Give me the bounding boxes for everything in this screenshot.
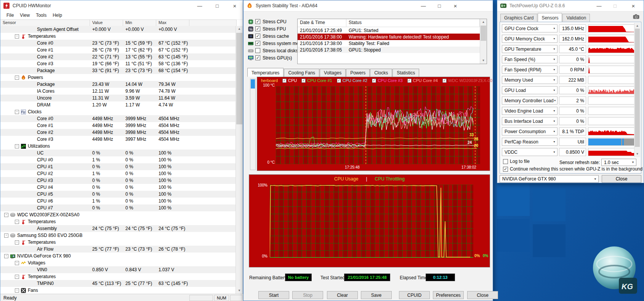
tree-row[interactable]: CPU #61 %0 %100 % xyxy=(0,198,237,204)
legend-item[interactable]: ✓CPU Core #2 xyxy=(337,78,367,83)
menu-item-help[interactable]: Help xyxy=(50,12,65,19)
maximize-button[interactable]: □ xyxy=(433,0,446,11)
scroll-up-icon[interactable]: ▲ xyxy=(634,23,640,29)
sensor-name-dropdown[interactable]: GPU Load▼ xyxy=(502,86,557,94)
tree-row[interactable]: -Temperatures xyxy=(0,273,237,280)
tree-row[interactable]: VIN00.850 V0.843 V1.037 V xyxy=(0,266,237,273)
sensor-name-dropdown[interactable]: Fan Speed (RPM)▼ xyxy=(502,66,557,74)
continue-refreshing-checkbox[interactable]: ✓ xyxy=(503,167,508,172)
status-resize-grip[interactable] xyxy=(230,295,242,301)
tree-row[interactable]: CPU #50 %0 %100 % xyxy=(0,191,237,198)
tree-row[interactable]: CPU #10 %0 %100 % xyxy=(0,163,237,170)
legend-checkbox[interactable]: ✓ xyxy=(407,79,412,83)
screenshot-camera-icon[interactable] xyxy=(633,14,639,20)
save-button[interactable]: Save xyxy=(361,291,392,299)
minimize-button[interactable]: — xyxy=(191,0,208,11)
tab-powers[interactable]: Powers xyxy=(346,69,370,77)
preferences-button[interactable]: Preferences xyxy=(433,291,464,299)
tree-row[interactable]: Package23.43 W14.04 W79.34 W xyxy=(0,81,237,88)
expand-toggle-icon[interactable]: - xyxy=(15,261,19,265)
tree-row[interactable]: Core #319 °C (66 °F)11 °C (51 °F)58 °C (… xyxy=(0,60,237,67)
tree-row[interactable]: -WDC WD2003FZEX-00Z4SA0 xyxy=(0,211,237,218)
log-scrollbar[interactable]: ▲ ▼ xyxy=(480,19,487,64)
clear-button[interactable]: Clear xyxy=(327,291,358,299)
legend-item[interactable]: herboard xyxy=(261,78,278,83)
tree-row[interactable]: CPU #21 %0 %100 % xyxy=(0,170,237,177)
log-row[interactable]: 21/01/2016 17:38:05GPU1: Stopped xyxy=(298,47,487,53)
scroll-down-icon[interactable]: ▼ xyxy=(236,288,243,294)
tree-row[interactable]: -Temperatures xyxy=(0,218,237,225)
tab-clocks[interactable]: Clocks xyxy=(370,69,392,77)
scroll-up-icon[interactable]: ▲ xyxy=(480,19,487,25)
expand-toggle-icon[interactable]: - xyxy=(15,288,19,293)
expand-toggle-icon[interactable]: - xyxy=(15,240,19,245)
scroll-thumb[interactable] xyxy=(236,33,242,124)
legend-item[interactable]: ✓CPU Core #3 xyxy=(372,78,402,83)
tree-row[interactable]: Core #023 °C (73 °F)15 °C (59 °F)67 °C (… xyxy=(0,40,237,47)
expand-toggle-icon[interactable]: - xyxy=(4,254,8,258)
expand-toggle-icon[interactable]: - xyxy=(4,233,8,238)
expand-toggle-icon[interactable]: - xyxy=(15,275,19,279)
legend-item[interactable]: ✓CPU Core #4 xyxy=(407,78,438,83)
log-row[interactable]: 21/01/2016 17:25:49GPU1: Started xyxy=(298,27,487,34)
tree-row[interactable]: Assembly24 °C (75 °F)24 °C (75 °F)24 °C … xyxy=(0,225,237,232)
cpuid-button[interactable]: CPUID xyxy=(399,291,430,299)
close-button[interactable]: × xyxy=(226,0,244,11)
sensor-name-dropdown[interactable]: GPU Memory Clock▼ xyxy=(502,35,557,43)
close-button[interactable]: Close xyxy=(467,291,498,299)
menu-item-view[interactable]: View xyxy=(17,12,33,19)
expand-toggle-icon[interactable]: - xyxy=(15,34,19,39)
column-header-value[interactable]: Value xyxy=(90,20,123,26)
log-column-time[interactable]: Date & Time xyxy=(298,19,346,27)
stop-button[interactable]: Stop xyxy=(292,291,323,299)
stress-checkbox[interactable]: ✓ xyxy=(255,26,260,31)
tab-graphics-card[interactable]: Graphics Card xyxy=(500,14,537,22)
log-to-file-checkbox[interactable] xyxy=(503,159,508,164)
tree-row[interactable]: Core #24498 MHz3998 MHz4504 MHz xyxy=(0,129,237,136)
continue-refreshing-option[interactable]: ✓ Continue refreshing this screen while … xyxy=(503,166,642,172)
menu-item-tools[interactable]: Tools xyxy=(33,12,50,19)
menu-item-file[interactable]: File xyxy=(3,12,17,19)
tree-row[interactable]: -NVIDIA GeForce GTX 980 xyxy=(0,253,237,259)
tab-statistics[interactable]: Statistics xyxy=(392,69,419,77)
tree-row[interactable]: TMPIN045 °C (113 °F)25 °C (77 °F)63 °C (… xyxy=(0,280,237,287)
expand-toggle-icon[interactable]: - xyxy=(15,110,19,114)
column-header-max[interactable]: Max xyxy=(156,20,189,26)
minimize-button[interactable]: — xyxy=(417,0,430,11)
tree-row[interactable]: System Agent Offset+0.000 V+0.000 V+0.00… xyxy=(0,26,237,33)
tree-row[interactable]: CPU #40 %0 %100 % xyxy=(0,184,237,191)
tree-row[interactable]: Package33 °C (91 °F)23 °C (73 °F)68 °C (… xyxy=(0,67,237,74)
tree-row[interactable]: -Fans xyxy=(0,287,237,294)
legend-checkbox[interactable]: ✓ xyxy=(337,79,341,83)
scroll-thumb[interactable] xyxy=(481,26,486,41)
sensor-name-dropdown[interactable]: Power Consumption▼ xyxy=(502,127,557,135)
maximize-button[interactable]: □ xyxy=(208,0,226,11)
tab-temperatures[interactable]: Temperatures xyxy=(247,68,284,77)
scroll-up-icon[interactable]: ▲ xyxy=(236,26,243,32)
log-to-file-option[interactable]: Log to file xyxy=(503,159,530,164)
expand-toggle-icon[interactable]: - xyxy=(15,220,19,224)
tree-row[interactable]: CPU #01 %0 %100 % xyxy=(0,156,237,163)
tab-cooling-fans[interactable]: Cooling Fans xyxy=(284,69,319,77)
sensor-name-dropdown[interactable]: GPU Temperature▼ xyxy=(502,45,557,53)
sensors-scrollbar[interactable]: ▲ ▼ xyxy=(634,23,640,157)
tree-row[interactable]: -Voltages xyxy=(0,259,237,266)
tree-row[interactable]: Uncore11.31 W3.59 W11.64 W xyxy=(0,95,237,101)
start-button[interactable]: Start xyxy=(258,291,289,299)
legend-item[interactable]: ✓CPU Core #1 xyxy=(301,78,332,83)
legend-checkbox[interactable]: ✓ xyxy=(372,79,376,83)
expand-toggle-icon[interactable]: - xyxy=(15,76,19,80)
stress-checkbox[interactable] xyxy=(255,48,260,53)
tree-row[interactable]: IA Cores12.11 W9.96 W74.78 W xyxy=(0,88,237,95)
tree-row[interactable]: Core #222 °C (71 °F)13 °C (55 °F)63 °C (… xyxy=(0,53,237,60)
tree-row[interactable]: -Samsung SSD 850 EVO 250GB xyxy=(0,232,237,239)
stress-checkbox[interactable]: ✓ xyxy=(255,34,260,39)
temperature-scale-slider[interactable] xyxy=(250,79,256,170)
tree-row[interactable]: Core #126 °C (78 °F)17 °C (62 °F)67 °C (… xyxy=(0,47,237,53)
tab-voltages[interactable]: Voltages xyxy=(320,69,346,77)
tab-validation[interactable]: Validation xyxy=(562,14,590,22)
close-button[interactable]: × xyxy=(627,0,640,11)
hwmonitor-scrollbar[interactable]: ▲ ▼ xyxy=(235,26,243,294)
sensor-name-dropdown[interactable]: Bus Interface Load▼ xyxy=(502,117,557,125)
legend-checkbox[interactable]: ✓ xyxy=(442,79,447,83)
